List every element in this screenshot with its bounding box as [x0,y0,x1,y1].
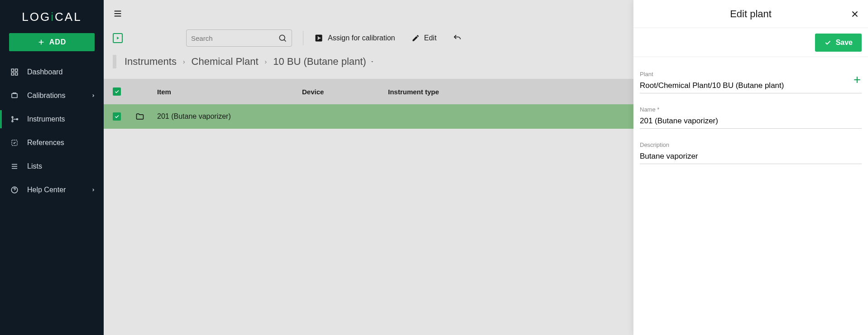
sidebar-item-dashboard[interactable]: Dashboard [0,60,104,84]
pencil-icon [412,34,420,42]
plant-field[interactable] [640,79,862,93]
svg-rect-1 [15,69,18,71]
sidebar-item-label: References [27,139,64,147]
col-header-item[interactable]: Item [157,88,302,96]
folder-icon [135,112,144,121]
field-label-description: Description [640,141,862,148]
sidebar-item-label: Calibrations [27,92,65,100]
svg-point-10 [279,35,285,40]
chevron-right-icon [91,188,96,192]
assign-calibration-button[interactable]: Assign for calibration [314,34,395,43]
field-label-name: Name * [640,106,862,113]
help-icon [10,186,19,194]
col-header-device[interactable]: Device [302,88,388,96]
search-icon [278,34,287,43]
panel-actions: Save [633,28,868,57]
sidebar-item-label: Instruments [27,115,65,123]
main-area: Assign for calibration Edit Instruments … [104,0,868,335]
edit-button[interactable]: Edit [412,34,437,42]
breadcrumb-handle [113,55,116,68]
select-all-checkbox[interactable] [113,87,121,96]
svg-rect-0 [11,69,14,71]
undo-button[interactable] [453,34,462,43]
search-input[interactable] [191,34,278,42]
svg-rect-2 [11,73,14,75]
sidebar-item-references[interactable]: References [0,131,104,155]
plus-icon[interactable] [853,75,862,84]
play-panel-button[interactable] [113,33,123,43]
name-field[interactable] [640,115,862,129]
divider [303,31,303,45]
description-field[interactable] [640,150,862,164]
sidebar-item-instruments[interactable]: Instruments [0,107,104,131]
svg-rect-4 [12,94,17,98]
add-button[interactable]: ADD [9,33,95,51]
edit-plant-panel: Edit plant Save Plant Name * [633,0,868,335]
app-logo: LOGiCAL [0,5,104,33]
instruments-icon [10,115,19,123]
undo-icon [453,34,462,43]
references-icon [10,139,19,147]
menu-toggle-icon[interactable] [113,9,123,19]
chevron-right-icon: › [265,58,267,65]
caret-down-icon [370,59,374,64]
sidebar-item-label: Lists [27,162,42,170]
breadcrumb-root[interactable]: Instruments [125,56,177,68]
field-label-plant: Plant [640,71,862,78]
panel-body: Plant Name * Description [633,57,868,177]
field-plant: Plant [640,71,862,93]
breadcrumb-last[interactable]: 10 BU (Butane plant) [273,56,374,68]
sidebar-item-label: Help Center [27,186,66,194]
plus-icon [38,39,45,46]
assign-icon [314,34,323,43]
save-button[interactable]: Save [815,34,862,52]
sidebar-item-label: Dashboard [27,68,62,76]
search-input-wrap[interactable] [186,29,292,47]
close-icon[interactable] [850,9,860,19]
panel-title: Edit plant [730,8,772,20]
panel-header: Edit plant [633,0,868,28]
field-description: Description [640,141,862,164]
svg-rect-3 [15,73,18,75]
svg-point-6 [12,121,13,122]
sidebar: LOGiCAL ADD Dashboard Calibrations Instr… [0,0,104,335]
chevron-right-icon: › [183,58,185,65]
calibrations-icon [10,92,19,100]
row-checkbox[interactable] [113,112,121,121]
chevron-right-icon [91,93,96,98]
sidebar-item-helpcenter[interactable]: Help Center [0,178,104,202]
check-icon [824,39,831,46]
breadcrumb-mid[interactable]: Chemical Plant [192,56,259,68]
row-item-name: 201 (Butane vaporizer) [157,112,302,121]
sidebar-item-calibrations[interactable]: Calibrations [0,84,104,107]
sidebar-item-lists[interactable]: Lists [0,155,104,178]
field-name: Name * [640,106,862,129]
svg-point-5 [12,117,13,118]
dashboard-icon [10,68,19,76]
lists-icon [10,162,19,170]
